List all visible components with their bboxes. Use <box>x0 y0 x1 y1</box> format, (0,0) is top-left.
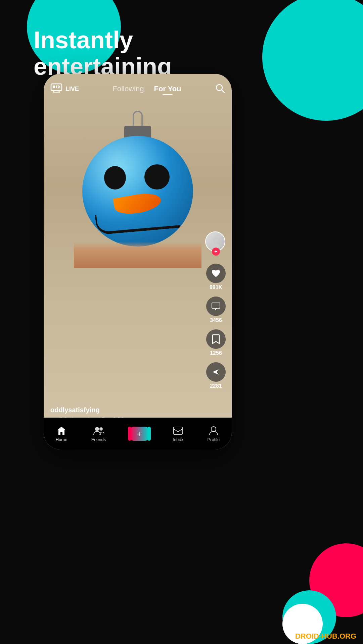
svg-rect-4 <box>53 86 55 88</box>
nav-friends-label: Friends <box>91 437 106 442</box>
like-button[interactable] <box>206 264 226 283</box>
svg-line-7 <box>58 87 60 88</box>
svg-line-9 <box>222 90 224 93</box>
headline: Instantly entertaining <box>34 27 269 80</box>
watermark-text: DROID-HUB.ORG <box>295 632 356 640</box>
svg-point-19 <box>211 427 216 431</box>
nav-inbox-label: Inbox <box>173 437 183 442</box>
svg-point-13 <box>215 306 217 307</box>
tab-following[interactable]: Following <box>113 85 144 93</box>
watermark: DROID-HUB.ORG <box>295 632 356 641</box>
nav-create[interactable]: + <box>130 427 149 441</box>
like-action[interactable]: 991K <box>206 264 226 290</box>
hands <box>74 241 201 268</box>
inbox-icon <box>173 426 183 436</box>
nav-tabs: Following For You <box>113 85 181 93</box>
eye-left <box>104 166 126 190</box>
heart-icon <box>211 269 221 278</box>
smile <box>95 208 180 235</box>
bookmark-action[interactable]: 1256 <box>206 329 226 356</box>
friends-icon <box>93 426 104 436</box>
nav-home[interactable]: Home <box>56 426 67 442</box>
svg-point-10 <box>213 237 218 243</box>
live-button[interactable]: LIVE <box>50 83 79 95</box>
follow-plus-button[interactable]: + <box>212 248 220 256</box>
bookmark-count: 1256 <box>210 350 222 356</box>
nav-profile[interactable]: Profile <box>207 426 220 442</box>
phone-mockup: LIVE Following For You <box>44 74 232 449</box>
search-button[interactable] <box>215 83 225 95</box>
nav-home-label: Home <box>56 437 67 442</box>
svg-point-12 <box>214 306 215 307</box>
ornament-ball <box>82 136 193 247</box>
nav-friends[interactable]: Friends <box>91 426 106 442</box>
live-tv-icon <box>50 83 62 95</box>
ornament-container <box>74 111 201 278</box>
plus-icon: + <box>137 429 142 439</box>
eye-right <box>144 164 170 190</box>
search-icon <box>215 83 225 93</box>
comment-button[interactable] <box>206 297 226 316</box>
home-icon <box>56 426 66 436</box>
svg-point-14 <box>217 306 218 307</box>
like-count: 991K <box>210 284 222 290</box>
svg-point-16 <box>95 427 99 431</box>
create-button[interactable]: + <box>130 427 149 441</box>
svg-rect-18 <box>174 427 182 434</box>
bookmark-icon <box>212 334 220 344</box>
share-button[interactable] <box>206 362 226 382</box>
bottom-nav: Home Friends + <box>44 418 232 449</box>
comment-count: 3456 <box>210 317 222 323</box>
bookmark-button[interactable] <box>206 329 226 349</box>
actions-panel: + 991K <box>205 231 227 389</box>
comment-icon <box>211 302 221 311</box>
avatar-item[interactable]: + <box>205 231 227 258</box>
share-count: 2281 <box>210 383 222 389</box>
share-action[interactable]: 2281 <box>206 362 226 389</box>
blob-top-right <box>262 0 363 121</box>
avatar-container: + <box>205 231 227 253</box>
share-icon <box>211 367 221 377</box>
svg-point-17 <box>99 427 103 431</box>
nav-inbox[interactable]: Inbox <box>173 426 183 442</box>
live-label: LIVE <box>65 86 79 93</box>
comment-action[interactable]: 3456 <box>206 297 226 323</box>
video-username[interactable]: oddlysatisfying <box>50 406 129 414</box>
profile-icon <box>209 426 219 436</box>
video-area[interactable]: LIVE Following For You <box>44 74 232 449</box>
top-bar: LIVE Following For You <box>44 74 232 104</box>
tab-for-you[interactable]: For You <box>154 85 181 93</box>
nav-profile-label: Profile <box>207 437 220 442</box>
